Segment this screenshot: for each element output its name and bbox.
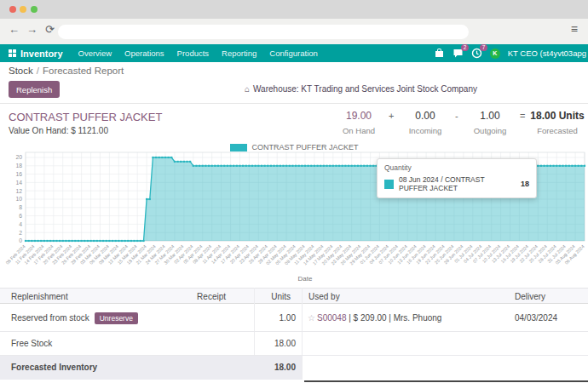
nav-menu-configuration[interactable]: Configuration: [269, 49, 318, 58]
y-axis-tick-label: 2: [19, 230, 22, 236]
y-axis-tick-label: 20: [15, 154, 22, 160]
free-stock-label: Free Stock: [11, 339, 52, 348]
incoming-label: Incoming: [400, 126, 451, 135]
minimize-window-button[interactable]: [20, 6, 26, 13]
header-receipt: Receipt: [166, 292, 226, 301]
forecast-chart: CONTRAST PUFFER JACKET 02468101214161820…: [0, 140, 588, 285]
y-axis-tick-label: 18: [15, 163, 22, 169]
row-label: Reserved from stockUnreserve: [11, 312, 138, 324]
horizontal-scrollbar[interactable]: [304, 380, 588, 382]
product-name: CONTRAST PUFFER JACKET: [9, 111, 162, 123]
nav-menu-products[interactable]: Products: [177, 49, 210, 58]
tooltip-title: Quantity: [384, 163, 529, 172]
breadcrumb-separator: /: [37, 66, 39, 76]
house-icon: ⌂: [245, 84, 250, 94]
forward-icon[interactable]: →: [26, 23, 37, 36]
header-used-by: Used by: [308, 292, 340, 301]
breadcrumb: Stock / Forecasted Report: [9, 62, 124, 78]
y-axis-tick-label: 6: [19, 213, 22, 219]
header-replenishment: Replenishment: [11, 292, 68, 301]
table-header: Replenishment Receipt Units Used by Deli…: [0, 288, 588, 304]
navbar-right: 2 7 K KT CEO (st4yvt03apg: [434, 44, 588, 62]
warehouse-filter[interactable]: ⌂ Warehouse: KT Trading and Services Joi…: [245, 84, 477, 94]
x-axis-title: Date: [0, 275, 588, 283]
replenish-button[interactable]: Replenish: [9, 81, 60, 98]
browser-toolbar: ← → ⟳ ≡: [0, 19, 588, 44]
forecasted-inventory-label: Forecasted Inventory: [11, 363, 97, 372]
activities-badge: 7: [480, 44, 487, 51]
delivery-cell: 04/03/2024: [515, 313, 557, 323]
screen: ← → ⟳ ≡ Inventory OverviewOperationsProd…: [0, 0, 588, 383]
activities-clock-icon[interactable]: 7: [471, 48, 482, 59]
favorite-star-icon[interactable]: ☆: [308, 313, 315, 323]
breadcrumb-current: Forecasted Report: [43, 66, 124, 76]
chart-tooltip: Quantity 08 Jun 2024 / CONTRAST PUFFER J…: [377, 158, 537, 198]
incoming-value: 0.00: [400, 110, 451, 122]
y-axis-tick-label: 8: [19, 204, 22, 210]
main-menu: OverviewOperationsProductsReportingConfi…: [78, 49, 318, 58]
value-on-hand: Value On Hand: $ 1121.00: [9, 126, 108, 135]
plus-operator: +: [389, 111, 394, 121]
outgoing-label: Outgoing: [464, 126, 516, 135]
messages-badge: 2: [461, 44, 469, 51]
reload-icon[interactable]: ⟳: [45, 23, 55, 36]
close-window-button[interactable]: [9, 6, 16, 13]
user-avatar[interactable]: K: [490, 49, 500, 59]
sale-order-link[interactable]: S00048: [317, 313, 346, 323]
table-row-forecasted: Forecasted Inventory 18.00: [0, 356, 588, 380]
legend-label: CONTRAST PUFFER JACKET: [252, 143, 359, 151]
units-cell: 18.00: [243, 363, 296, 372]
y-axis-tick-label: 16: [15, 171, 22, 177]
minus-operator: -: [455, 111, 458, 121]
used-by-cell: ☆S00048 | $ 209.00 | Mrs. Phuong: [308, 313, 441, 323]
equals-operator: =: [520, 111, 525, 121]
back-icon[interactable]: ←: [9, 23, 20, 36]
briefcase-icon[interactable]: [434, 48, 445, 59]
y-axis-tick-label: 0: [19, 237, 22, 243]
outgoing-value: 1.00: [464, 110, 516, 122]
tooltip-entry: 08 Jun 2024 / CONTRAST PUFFER JACKET: [399, 175, 514, 192]
address-bar[interactable]: [58, 25, 469, 39]
zoom-window-button[interactable]: [31, 6, 37, 13]
app-name[interactable]: Inventory: [20, 49, 63, 59]
user-menu[interactable]: KT CEO (st4yvt03apg: [508, 49, 586, 58]
nav-menu-overview[interactable]: Overview: [78, 49, 112, 58]
y-axis-tick-label: 14: [15, 180, 22, 186]
messages-icon[interactable]: 2: [453, 48, 464, 59]
chart-legend[interactable]: CONTRAST PUFFER JACKET: [0, 143, 588, 151]
reserved-from-stock-label: Reserved from stock: [11, 313, 89, 323]
header-units: Units: [243, 292, 291, 301]
unreserve-button[interactable]: Unreserve: [95, 312, 138, 324]
apps-grid-icon[interactable]: [9, 49, 16, 57]
forecasted-label: Forecasted: [528, 126, 586, 135]
y-axis-tick-label: 10: [15, 196, 22, 202]
on-hand-label: On Hand: [333, 126, 384, 135]
breadcrumb-stock[interactable]: Stock: [9, 66, 33, 76]
tooltip-swatch: [384, 180, 394, 189]
controls-row: Replenish ⌂ Warehouse: KT Trading and Se…: [0, 78, 588, 103]
replenishment-table: Replenishment Receipt Units Used by Deli…: [0, 288, 588, 380]
table-row-reserved: Reserved from stockUnreserve 1.00 ☆S0004…: [0, 305, 588, 332]
nav-menu-reporting[interactable]: Reporting: [222, 49, 257, 58]
nav-menu-operations[interactable]: Operations: [124, 49, 164, 58]
window-titlebar: [0, 0, 588, 19]
tooltip-value: 18: [521, 180, 529, 188]
legend-swatch: [230, 144, 247, 151]
forecasted-value: 18.00 Units: [528, 110, 586, 122]
table-row-free-stock: Free Stock 18.00: [0, 332, 588, 356]
warehouse-label: Warehouse: KT Trading and Services Joint…: [253, 84, 477, 94]
units-cell: 18.00: [243, 339, 296, 348]
y-axis-tick-label: 4: [19, 221, 22, 227]
app-navbar: Inventory OverviewOperationsProductsRepo…: [0, 44, 588, 62]
units-cell: 1.00: [243, 313, 296, 323]
browser-menu-icon[interactable]: ≡: [571, 22, 578, 36]
y-axis-tick-label: 12: [15, 188, 22, 194]
header-delivery: Delivery: [515, 292, 545, 301]
product-summary: CONTRAST PUFFER JACKET Value On Hand: $ …: [0, 103, 588, 140]
on-hand-value[interactable]: 19.00: [333, 110, 384, 122]
used-by-details: | $ 209.00 | Mrs. Phuong: [346, 313, 441, 323]
